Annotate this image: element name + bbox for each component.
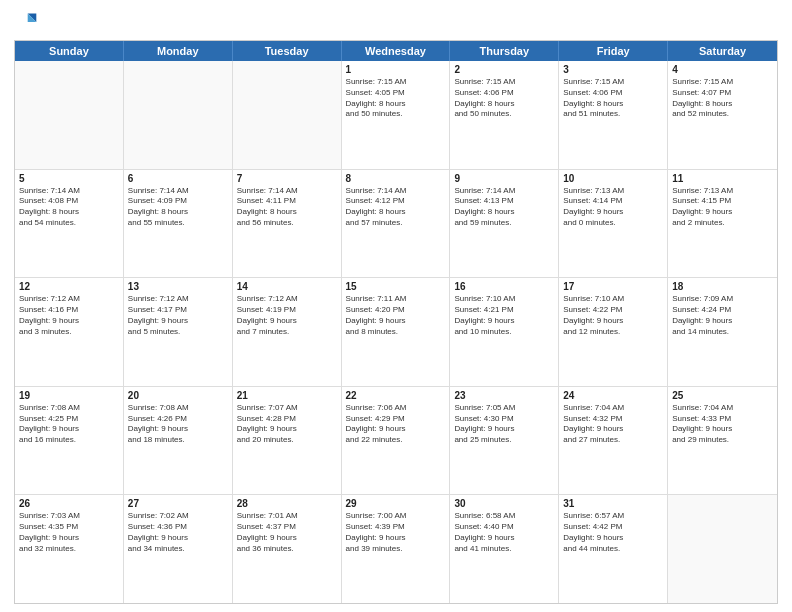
day-number: 17: [563, 281, 663, 292]
calendar-cell: 7Sunrise: 7:14 AM Sunset: 4:11 PM Daylig…: [233, 170, 342, 278]
day-number: 24: [563, 390, 663, 401]
day-number: 11: [672, 173, 773, 184]
calendar-cell: 28Sunrise: 7:01 AM Sunset: 4:37 PM Dayli…: [233, 495, 342, 603]
day-number: 3: [563, 64, 663, 75]
calendar-cell: 2Sunrise: 7:15 AM Sunset: 4:06 PM Daylig…: [450, 61, 559, 169]
calendar-cell: 24Sunrise: 7:04 AM Sunset: 4:32 PM Dayli…: [559, 387, 668, 495]
cell-info: Sunrise: 7:04 AM Sunset: 4:32 PM Dayligh…: [563, 403, 663, 446]
cell-info: Sunrise: 7:15 AM Sunset: 4:07 PM Dayligh…: [672, 77, 773, 120]
day-number: 25: [672, 390, 773, 401]
day-number: 5: [19, 173, 119, 184]
day-number: 6: [128, 173, 228, 184]
calendar-week-4: 26Sunrise: 7:03 AM Sunset: 4:35 PM Dayli…: [15, 495, 777, 603]
calendar-cell: 20Sunrise: 7:08 AM Sunset: 4:26 PM Dayli…: [124, 387, 233, 495]
day-number: 14: [237, 281, 337, 292]
calendar-cell: 9Sunrise: 7:14 AM Sunset: 4:13 PM Daylig…: [450, 170, 559, 278]
cell-info: Sunrise: 7:09 AM Sunset: 4:24 PM Dayligh…: [672, 294, 773, 337]
cell-info: Sunrise: 6:58 AM Sunset: 4:40 PM Dayligh…: [454, 511, 554, 554]
day-header-friday: Friday: [559, 41, 668, 61]
calendar-cell: [124, 61, 233, 169]
cell-info: Sunrise: 7:03 AM Sunset: 4:35 PM Dayligh…: [19, 511, 119, 554]
cell-info: Sunrise: 7:07 AM Sunset: 4:28 PM Dayligh…: [237, 403, 337, 446]
cell-info: Sunrise: 7:14 AM Sunset: 4:13 PM Dayligh…: [454, 186, 554, 229]
day-number: 20: [128, 390, 228, 401]
calendar-cell: [15, 61, 124, 169]
day-number: 13: [128, 281, 228, 292]
calendar-cell: 14Sunrise: 7:12 AM Sunset: 4:19 PM Dayli…: [233, 278, 342, 386]
calendar-cell: 25Sunrise: 7:04 AM Sunset: 4:33 PM Dayli…: [668, 387, 777, 495]
cell-info: Sunrise: 7:14 AM Sunset: 4:12 PM Dayligh…: [346, 186, 446, 229]
cell-info: Sunrise: 7:06 AM Sunset: 4:29 PM Dayligh…: [346, 403, 446, 446]
calendar-body: 1Sunrise: 7:15 AM Sunset: 4:05 PM Daylig…: [15, 61, 777, 603]
day-number: 2: [454, 64, 554, 75]
calendar-cell: 4Sunrise: 7:15 AM Sunset: 4:07 PM Daylig…: [668, 61, 777, 169]
calendar-cell: 13Sunrise: 7:12 AM Sunset: 4:17 PM Dayli…: [124, 278, 233, 386]
cell-info: Sunrise: 7:15 AM Sunset: 4:05 PM Dayligh…: [346, 77, 446, 120]
calendar-cell: 22Sunrise: 7:06 AM Sunset: 4:29 PM Dayli…: [342, 387, 451, 495]
cell-info: Sunrise: 7:08 AM Sunset: 4:25 PM Dayligh…: [19, 403, 119, 446]
calendar-cell: 31Sunrise: 6:57 AM Sunset: 4:42 PM Dayli…: [559, 495, 668, 603]
cell-info: Sunrise: 7:10 AM Sunset: 4:22 PM Dayligh…: [563, 294, 663, 337]
cell-info: Sunrise: 7:13 AM Sunset: 4:15 PM Dayligh…: [672, 186, 773, 229]
calendar-cell: 19Sunrise: 7:08 AM Sunset: 4:25 PM Dayli…: [15, 387, 124, 495]
day-number: 18: [672, 281, 773, 292]
day-number: 26: [19, 498, 119, 509]
day-header-saturday: Saturday: [668, 41, 777, 61]
day-number: 10: [563, 173, 663, 184]
day-number: 15: [346, 281, 446, 292]
cell-info: Sunrise: 7:15 AM Sunset: 4:06 PM Dayligh…: [563, 77, 663, 120]
day-number: 4: [672, 64, 773, 75]
day-number: 22: [346, 390, 446, 401]
calendar-cell: 23Sunrise: 7:05 AM Sunset: 4:30 PM Dayli…: [450, 387, 559, 495]
calendar-cell: 30Sunrise: 6:58 AM Sunset: 4:40 PM Dayli…: [450, 495, 559, 603]
day-number: 28: [237, 498, 337, 509]
calendar-cell: 26Sunrise: 7:03 AM Sunset: 4:35 PM Dayli…: [15, 495, 124, 603]
calendar-cell: 29Sunrise: 7:00 AM Sunset: 4:39 PM Dayli…: [342, 495, 451, 603]
calendar-cell: [668, 495, 777, 603]
calendar-cell: 6Sunrise: 7:14 AM Sunset: 4:09 PM Daylig…: [124, 170, 233, 278]
cell-info: Sunrise: 7:12 AM Sunset: 4:17 PM Dayligh…: [128, 294, 228, 337]
day-number: 23: [454, 390, 554, 401]
page-header: [14, 10, 778, 34]
day-number: 21: [237, 390, 337, 401]
cell-info: Sunrise: 7:02 AM Sunset: 4:36 PM Dayligh…: [128, 511, 228, 554]
calendar-cell: 10Sunrise: 7:13 AM Sunset: 4:14 PM Dayli…: [559, 170, 668, 278]
calendar-cell: 3Sunrise: 7:15 AM Sunset: 4:06 PM Daylig…: [559, 61, 668, 169]
day-number: 19: [19, 390, 119, 401]
cell-info: Sunrise: 7:11 AM Sunset: 4:20 PM Dayligh…: [346, 294, 446, 337]
cell-info: Sunrise: 7:14 AM Sunset: 4:11 PM Dayligh…: [237, 186, 337, 229]
cell-info: Sunrise: 7:10 AM Sunset: 4:21 PM Dayligh…: [454, 294, 554, 337]
logo: [14, 10, 42, 34]
calendar-week-1: 5Sunrise: 7:14 AM Sunset: 4:08 PM Daylig…: [15, 170, 777, 279]
day-number: 29: [346, 498, 446, 509]
day-header-wednesday: Wednesday: [342, 41, 451, 61]
calendar-cell: 18Sunrise: 7:09 AM Sunset: 4:24 PM Dayli…: [668, 278, 777, 386]
cell-info: Sunrise: 7:12 AM Sunset: 4:16 PM Dayligh…: [19, 294, 119, 337]
calendar-cell: 27Sunrise: 7:02 AM Sunset: 4:36 PM Dayli…: [124, 495, 233, 603]
cell-info: Sunrise: 7:08 AM Sunset: 4:26 PM Dayligh…: [128, 403, 228, 446]
cell-info: Sunrise: 7:13 AM Sunset: 4:14 PM Dayligh…: [563, 186, 663, 229]
day-header-sunday: Sunday: [15, 41, 124, 61]
cell-info: Sunrise: 7:14 AM Sunset: 4:09 PM Dayligh…: [128, 186, 228, 229]
calendar-header: SundayMondayTuesdayWednesdayThursdayFrid…: [15, 41, 777, 61]
day-number: 30: [454, 498, 554, 509]
day-number: 12: [19, 281, 119, 292]
cell-info: Sunrise: 7:15 AM Sunset: 4:06 PM Dayligh…: [454, 77, 554, 120]
calendar-cell: 5Sunrise: 7:14 AM Sunset: 4:08 PM Daylig…: [15, 170, 124, 278]
day-number: 16: [454, 281, 554, 292]
calendar-cell: 8Sunrise: 7:14 AM Sunset: 4:12 PM Daylig…: [342, 170, 451, 278]
logo-icon: [14, 10, 38, 34]
calendar: SundayMondayTuesdayWednesdayThursdayFrid…: [14, 40, 778, 604]
cell-info: Sunrise: 7:12 AM Sunset: 4:19 PM Dayligh…: [237, 294, 337, 337]
calendar-week-3: 19Sunrise: 7:08 AM Sunset: 4:25 PM Dayli…: [15, 387, 777, 496]
day-header-thursday: Thursday: [450, 41, 559, 61]
day-number: 1: [346, 64, 446, 75]
day-header-tuesday: Tuesday: [233, 41, 342, 61]
calendar-cell: 15Sunrise: 7:11 AM Sunset: 4:20 PM Dayli…: [342, 278, 451, 386]
day-header-monday: Monday: [124, 41, 233, 61]
day-number: 8: [346, 173, 446, 184]
cell-info: Sunrise: 7:14 AM Sunset: 4:08 PM Dayligh…: [19, 186, 119, 229]
calendar-week-2: 12Sunrise: 7:12 AM Sunset: 4:16 PM Dayli…: [15, 278, 777, 387]
day-number: 9: [454, 173, 554, 184]
day-number: 7: [237, 173, 337, 184]
